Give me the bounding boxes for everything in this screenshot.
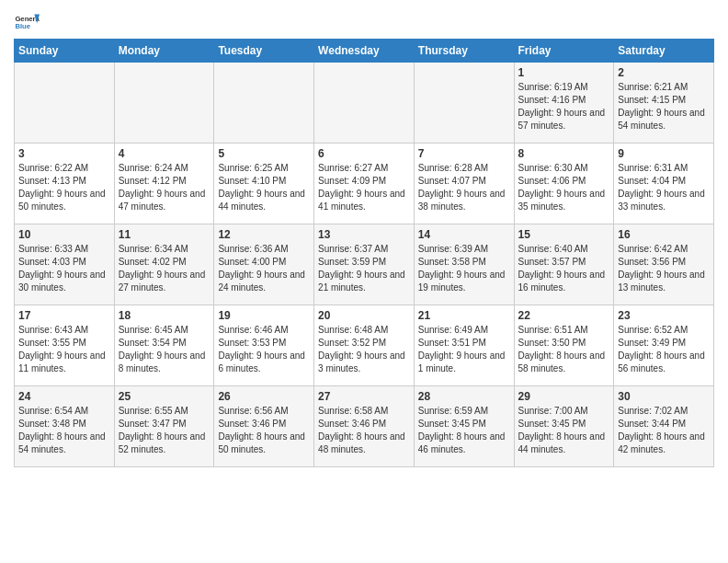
day-info: Sunrise: 6:28 AM Sunset: 4:07 PM Dayligh…: [418, 162, 510, 213]
day-info: Sunrise: 6:48 AM Sunset: 3:52 PM Dayligh…: [318, 324, 410, 375]
day-cell: 30Sunrise: 7:02 AM Sunset: 3:44 PM Dayli…: [614, 386, 714, 467]
day-cell: 5Sunrise: 6:25 AM Sunset: 4:10 PM Daylig…: [214, 144, 314, 224]
day-info: Sunrise: 6:49 AM Sunset: 3:51 PM Dayligh…: [418, 324, 510, 375]
week-row-2: 3Sunrise: 6:22 AM Sunset: 4:13 PM Daylig…: [15, 144, 714, 224]
day-info: Sunrise: 6:31 AM Sunset: 4:04 PM Dayligh…: [618, 162, 710, 213]
day-info: Sunrise: 6:59 AM Sunset: 3:45 PM Dayligh…: [418, 405, 510, 456]
calendar-body: 1Sunrise: 6:19 AM Sunset: 4:16 PM Daylig…: [15, 63, 714, 467]
day-cell: 24Sunrise: 6:54 AM Sunset: 3:48 PM Dayli…: [15, 386, 115, 467]
day-cell: 20Sunrise: 6:48 AM Sunset: 3:52 PM Dayli…: [314, 305, 415, 386]
day-cell: 3Sunrise: 6:22 AM Sunset: 4:13 PM Daylig…: [15, 144, 115, 224]
day-number: 26: [218, 390, 310, 403]
day-number: 29: [518, 390, 610, 403]
day-cell: 27Sunrise: 6:58 AM Sunset: 3:46 PM Dayli…: [314, 386, 415, 467]
day-info: Sunrise: 6:30 AM Sunset: 4:06 PM Dayligh…: [518, 162, 610, 213]
day-info: Sunrise: 6:42 AM Sunset: 3:56 PM Dayligh…: [618, 243, 710, 294]
calendar-header: SundayMondayTuesdayWednesdayThursdayFrid…: [15, 40, 714, 63]
day-cell: 22Sunrise: 6:51 AM Sunset: 3:50 PM Dayli…: [514, 305, 614, 386]
day-number: 28: [418, 390, 510, 403]
logo: General Blue: [14, 9, 40, 35]
day-cell: [15, 63, 115, 144]
day-number: 12: [218, 228, 310, 241]
day-info: Sunrise: 6:21 AM Sunset: 4:15 PM Dayligh…: [618, 81, 710, 132]
day-info: Sunrise: 6:19 AM Sunset: 4:16 PM Dayligh…: [518, 81, 610, 132]
day-info: Sunrise: 6:43 AM Sunset: 3:55 PM Dayligh…: [18, 324, 110, 375]
logo-icon: General Blue: [14, 9, 40, 35]
day-info: Sunrise: 6:39 AM Sunset: 3:58 PM Dayligh…: [418, 243, 510, 294]
day-info: Sunrise: 6:34 AM Sunset: 4:02 PM Dayligh…: [119, 243, 210, 294]
day-number: 24: [18, 390, 110, 403]
day-info: Sunrise: 7:02 AM Sunset: 3:44 PM Dayligh…: [618, 405, 710, 456]
day-cell: [314, 63, 415, 144]
day-cell: 26Sunrise: 6:56 AM Sunset: 3:46 PM Dayli…: [214, 386, 314, 467]
day-info: Sunrise: 6:54 AM Sunset: 3:48 PM Dayligh…: [18, 405, 110, 456]
day-cell: [414, 63, 514, 144]
day-number: 18: [119, 309, 210, 322]
day-cell: 23Sunrise: 6:52 AM Sunset: 3:49 PM Dayli…: [614, 305, 714, 386]
day-cell: 4Sunrise: 6:24 AM Sunset: 4:12 PM Daylig…: [114, 144, 214, 224]
day-cell: 18Sunrise: 6:45 AM Sunset: 3:54 PM Dayli…: [114, 305, 214, 386]
day-info: Sunrise: 6:36 AM Sunset: 4:00 PM Dayligh…: [218, 243, 310, 294]
day-number: 9: [618, 147, 710, 160]
page-header: General Blue: [14, 9, 714, 35]
day-cell: 6Sunrise: 6:27 AM Sunset: 4:09 PM Daylig…: [314, 144, 415, 224]
day-cell: 15Sunrise: 6:40 AM Sunset: 3:57 PM Dayli…: [514, 224, 614, 305]
day-number: 30: [618, 390, 710, 403]
day-info: Sunrise: 6:55 AM Sunset: 3:47 PM Dayligh…: [119, 405, 210, 456]
day-info: Sunrise: 7:00 AM Sunset: 3:45 PM Dayligh…: [518, 405, 610, 456]
day-info: Sunrise: 6:58 AM Sunset: 3:46 PM Dayligh…: [318, 405, 410, 456]
day-number: 19: [218, 309, 310, 322]
day-number: 4: [119, 147, 210, 160]
day-number: 8: [518, 147, 610, 160]
day-number: 10: [18, 228, 110, 241]
day-number: 11: [119, 228, 210, 241]
day-cell: 17Sunrise: 6:43 AM Sunset: 3:55 PM Dayli…: [15, 305, 115, 386]
day-cell: 9Sunrise: 6:31 AM Sunset: 4:04 PM Daylig…: [614, 144, 714, 224]
day-cell: 14Sunrise: 6:39 AM Sunset: 3:58 PM Dayli…: [414, 224, 514, 305]
day-info: Sunrise: 6:52 AM Sunset: 3:49 PM Dayligh…: [618, 324, 710, 375]
day-info: Sunrise: 6:56 AM Sunset: 3:46 PM Dayligh…: [218, 405, 310, 456]
day-number: 27: [318, 390, 410, 403]
day-number: 25: [119, 390, 210, 403]
day-number: 14: [418, 228, 510, 241]
week-row-4: 17Sunrise: 6:43 AM Sunset: 3:55 PM Dayli…: [15, 305, 714, 386]
day-cell: 29Sunrise: 7:00 AM Sunset: 3:45 PM Dayli…: [514, 386, 614, 467]
day-info: Sunrise: 6:22 AM Sunset: 4:13 PM Dayligh…: [18, 162, 110, 213]
day-number: 1: [518, 66, 610, 79]
day-number: 13: [318, 228, 410, 241]
day-number: 3: [18, 147, 110, 160]
day-info: Sunrise: 6:24 AM Sunset: 4:12 PM Dayligh…: [119, 162, 210, 213]
day-number: 5: [218, 147, 310, 160]
day-cell: 25Sunrise: 6:55 AM Sunset: 3:47 PM Dayli…: [114, 386, 214, 467]
calendar-table: SundayMondayTuesdayWednesdayThursdayFrid…: [14, 39, 714, 467]
svg-text:Blue: Blue: [15, 22, 30, 30]
day-cell: [114, 63, 214, 144]
day-info: Sunrise: 6:33 AM Sunset: 4:03 PM Dayligh…: [18, 243, 110, 294]
day-cell: 2Sunrise: 6:21 AM Sunset: 4:15 PM Daylig…: [614, 63, 714, 144]
day-number: 23: [618, 309, 710, 322]
week-row-1: 1Sunrise: 6:19 AM Sunset: 4:16 PM Daylig…: [15, 63, 714, 144]
day-info: Sunrise: 6:46 AM Sunset: 3:53 PM Dayligh…: [218, 324, 310, 375]
header-cell-tuesday: Tuesday: [214, 40, 314, 63]
header-cell-sunday: Sunday: [15, 40, 115, 63]
day-cell: [214, 63, 314, 144]
day-number: 22: [518, 309, 610, 322]
day-number: 21: [418, 309, 510, 322]
header-cell-monday: Monday: [114, 40, 214, 63]
day-info: Sunrise: 6:51 AM Sunset: 3:50 PM Dayligh…: [518, 324, 610, 375]
day-cell: 1Sunrise: 6:19 AM Sunset: 4:16 PM Daylig…: [514, 63, 614, 144]
day-cell: 28Sunrise: 6:59 AM Sunset: 3:45 PM Dayli…: [414, 386, 514, 467]
header-cell-wednesday: Wednesday: [314, 40, 415, 63]
header-cell-saturday: Saturday: [614, 40, 714, 63]
week-row-3: 10Sunrise: 6:33 AM Sunset: 4:03 PM Dayli…: [15, 224, 714, 305]
day-info: Sunrise: 6:37 AM Sunset: 3:59 PM Dayligh…: [318, 243, 410, 294]
day-cell: 8Sunrise: 6:30 AM Sunset: 4:06 PM Daylig…: [514, 144, 614, 224]
header-cell-friday: Friday: [514, 40, 614, 63]
day-number: 16: [618, 228, 710, 241]
day-cell: 11Sunrise: 6:34 AM Sunset: 4:02 PM Dayli…: [114, 224, 214, 305]
day-info: Sunrise: 6:40 AM Sunset: 3:57 PM Dayligh…: [518, 243, 610, 294]
day-cell: 10Sunrise: 6:33 AM Sunset: 4:03 PM Dayli…: [15, 224, 115, 305]
day-info: Sunrise: 6:25 AM Sunset: 4:10 PM Dayligh…: [218, 162, 310, 213]
header-row: SundayMondayTuesdayWednesdayThursdayFrid…: [15, 40, 714, 63]
day-number: 20: [318, 309, 410, 322]
